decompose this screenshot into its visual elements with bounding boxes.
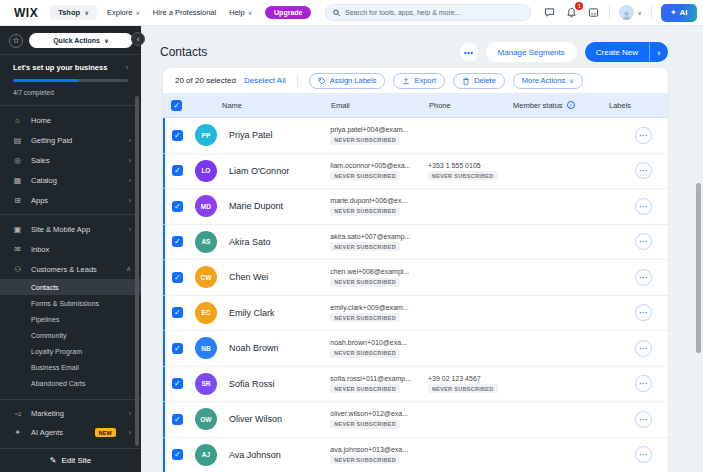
column-header-labels[interactable]: Labels	[601, 101, 668, 110]
sidebar-item-inbox[interactable]: ✉ Inbox	[0, 239, 141, 259]
row-actions-button[interactable]: ···	[635, 127, 652, 144]
table-row[interactable]: ✓ LO Liam O'Connor liam.oconnor+005@exa.…	[163, 154, 668, 190]
row-checkbox[interactable]: ✓	[172, 130, 183, 141]
sidebar-item-contacts[interactable]: Contacts	[0, 279, 141, 295]
export-button[interactable]: Export	[393, 73, 445, 89]
row-checkbox[interactable]: ✓	[172, 272, 183, 283]
column-header-email[interactable]: Email	[331, 101, 429, 110]
page-more-actions-button[interactable]: •••	[460, 43, 478, 61]
info-icon[interactable]: i	[567, 101, 575, 109]
table-row[interactable]: ✓ NB Noah Brown noah.brown+010@exa...NEV…	[163, 331, 668, 367]
sidebar-item-pipelines[interactable]: Pipelines	[0, 311, 141, 327]
create-new-label[interactable]: Create New	[585, 42, 650, 62]
table-row[interactable]: ✓ SR Sofia Rossi sofia.rossi+011@examp..…	[163, 367, 668, 403]
nav-explore[interactable]: Explore ∨	[107, 8, 140, 17]
row-checkbox[interactable]: ✓	[172, 165, 183, 176]
contact-email: noah.brown+010@exa...	[330, 339, 407, 346]
sidebar-item-ai-agents[interactable]: ✦ AI Agents NEW ›	[0, 423, 141, 442]
contact-email: chen.wei+008@exampl...	[330, 268, 409, 275]
setup-progress-section[interactable]: Let's set up your business › 4/7 complet…	[0, 55, 141, 105]
page-scrollbar[interactable]	[696, 183, 701, 353]
row-actions-button[interactable]: ···	[635, 304, 652, 321]
ai-sparkle-icon: ✦	[13, 428, 22, 437]
contact-phone: +353 1 555 0105	[428, 162, 481, 169]
page-title: Contacts	[160, 45, 207, 59]
deselect-all-link[interactable]: Deselect All	[244, 76, 286, 85]
check-icon: ✓	[174, 379, 181, 388]
global-search[interactable]	[325, 4, 531, 21]
nav-help[interactable]: Help ∨	[229, 8, 252, 17]
ai-assistant-button[interactable]: ✦ AI	[661, 4, 697, 22]
table-body: ✓ PP Priya Patel priya.patel+004@exam...…	[163, 118, 668, 472]
contact-email: ava.johnson+013@exa...	[330, 446, 408, 453]
row-actions-button[interactable]: ···	[635, 411, 652, 428]
sidebar-item-sales[interactable]: ◎ Sales ›	[0, 150, 141, 170]
pencil-icon: ✎	[50, 456, 57, 465]
upgrade-button[interactable]: Upgrade	[265, 6, 311, 19]
select-all-checkbox[interactable]: ✓	[171, 100, 182, 111]
sidebar-item-label: Apps	[31, 196, 120, 205]
sidebar-item-forms-submissions[interactable]: Forms & Submissions	[0, 295, 141, 311]
table-row[interactable]: ✓ OW Oliver Wilson oliver.wilson+012@exa…	[163, 402, 668, 438]
create-new-button[interactable]: Create New ∨	[585, 42, 668, 62]
delete-button[interactable]: Delete	[453, 73, 505, 89]
row-checkbox[interactable]: ✓	[172, 307, 183, 318]
row-actions-button[interactable]: ···	[635, 162, 652, 179]
column-header-name[interactable]: Name	[190, 101, 331, 110]
quick-actions-button[interactable]: Quick Actions ∨	[29, 33, 133, 48]
assign-labels-button[interactable]: Assign Labels	[309, 73, 386, 89]
row-checkbox[interactable]: ✓	[172, 343, 183, 354]
sidebar-item-marketing[interactable]: ◅ Marketing ›	[0, 404, 141, 423]
row-checkbox[interactable]: ✓	[172, 201, 183, 212]
create-new-dropdown[interactable]: ∨	[650, 42, 668, 62]
row-checkbox[interactable]: ✓	[172, 378, 183, 389]
search-input[interactable]	[345, 9, 523, 16]
row-checkbox[interactable]: ✓	[172, 414, 183, 425]
table-row[interactable]: ✓ PP Priya Patel priya.patel+004@exam...…	[163, 118, 668, 154]
account-menu[interactable]: ∨	[619, 5, 641, 20]
nav-help-label: Help	[229, 8, 244, 17]
sidebar-item-catalog[interactable]: ▦ Catalog ›	[0, 170, 141, 190]
row-actions-button[interactable]: ···	[635, 198, 652, 215]
row-actions-button[interactable]: ···	[635, 233, 652, 250]
contact-name: Akira Sato	[229, 237, 271, 247]
panel-icon[interactable]	[587, 6, 600, 19]
row-actions-button[interactable]: ···	[635, 375, 652, 392]
row-actions-button[interactable]: ···	[635, 340, 652, 357]
more-actions-button[interactable]: More Actions ∨	[513, 73, 583, 89]
column-header-phone[interactable]: Phone	[429, 101, 513, 110]
manage-segments-button[interactable]: Manage Segments	[486, 42, 577, 62]
notification-count-badge: 1	[575, 2, 583, 10]
edit-site-button[interactable]: ✎ Edit Site	[0, 448, 141, 472]
sidebar-item-loyalty-program[interactable]: Loyalty Program	[0, 343, 141, 359]
row-actions-button[interactable]: ···	[635, 269, 652, 286]
table-row[interactable]: ✓ EC Emily Clark emily.clark+009@exam...…	[163, 296, 668, 332]
table-row[interactable]: ✓ AS Akira Sato akira.sato+007@examp...N…	[163, 225, 668, 261]
contact-email: priya.patel+004@exam...	[330, 126, 408, 133]
sidebar-item-home[interactable]: ⌂ Home	[0, 110, 141, 130]
sidebar-item-abandoned-carts[interactable]: Abandoned Carts	[0, 375, 141, 391]
row-actions-button[interactable]: ···	[635, 446, 652, 463]
chat-icon[interactable]	[543, 6, 556, 19]
site-selector[interactable]: Tshop ∨	[50, 5, 97, 20]
sidebar-item-apps[interactable]: ⊞ Apps ›	[0, 190, 141, 210]
sidebar-item-label: Customers & Leads	[31, 265, 117, 274]
table-row[interactable]: ✓ MD Marie Dupont marie.dupont+006@ex...…	[163, 189, 668, 225]
catalog-icon: ▦	[13, 176, 22, 185]
table-row[interactable]: ✓ CW Chen Wei chen.wei+008@exampl...NEVE…	[163, 260, 668, 296]
avatar: EC	[195, 302, 217, 324]
sidebar-item-business-email[interactable]: Business Email	[0, 359, 141, 375]
column-header-member-status[interactable]: Member status	[513, 101, 563, 110]
sidebar-item-getting-paid[interactable]: ▤ Getting Paid ›	[0, 130, 141, 150]
sidebar-scrollbar[interactable]	[135, 96, 139, 446]
nav-hire-a-professional[interactable]: Hire a Professional	[153, 8, 216, 17]
row-checkbox[interactable]: ✓	[172, 449, 183, 460]
notifications-bell-icon[interactable]: 1	[565, 6, 578, 19]
row-checkbox[interactable]: ✓	[172, 236, 183, 247]
sidebar-item-site-mobile-app[interactable]: ▣ Site & Mobile App ›	[0, 219, 141, 239]
sidebar-item-customers-leads[interactable]: ⚇ Customers & Leads ∧	[0, 259, 141, 279]
email-subscription-badge: NEVER SUBSCRIBED	[330, 313, 400, 322]
sidebar-item-community[interactable]: Community	[0, 327, 141, 343]
favorites-star-icon[interactable]: ☆	[9, 34, 23, 48]
table-row[interactable]: ✓ AJ Ava Johnson ava.johnson+013@exa...N…	[163, 438, 668, 472]
